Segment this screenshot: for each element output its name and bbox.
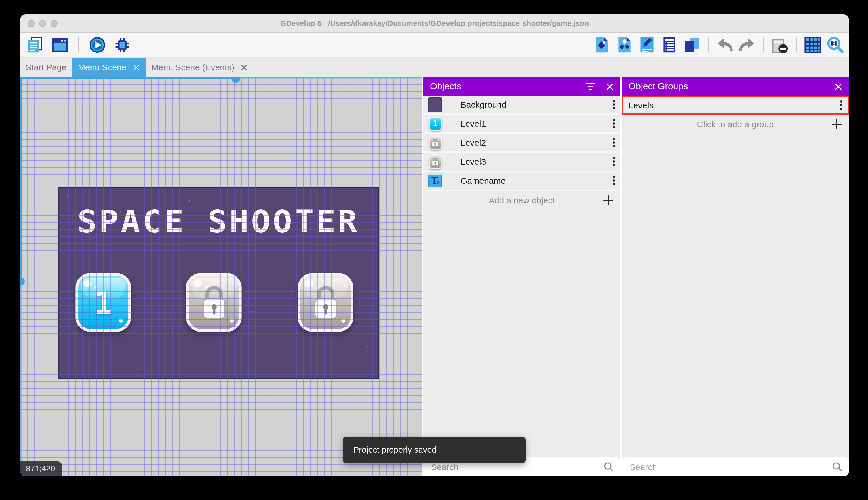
debug-icon[interactable]: [114, 36, 131, 54]
kebab-menu-icon[interactable]: [612, 137, 615, 148]
object-row-level3[interactable]: Level3: [423, 153, 621, 172]
toolbar: [20, 33, 849, 58]
tab-start-page[interactable]: Start Page: [20, 58, 72, 77]
search-icon: [832, 462, 842, 472]
panel-title: Object Groups: [629, 81, 824, 92]
close-icon[interactable]: [241, 64, 247, 70]
object-groups-panel: Object Groups Levels Click to add a grou…: [622, 77, 849, 476]
object-name: Level3: [460, 157, 612, 167]
lock-icon: [312, 286, 339, 321]
window-mask-icon[interactable]: [771, 36, 788, 54]
lock-icon: [431, 138, 439, 147]
object-groups-icon[interactable]: [616, 36, 633, 54]
titlebar: GDevelop 5 - /Users/dkarakay/Documents/G…: [20, 14, 849, 33]
scene-background-instance[interactable]: SPACE SHOOTER 1: [58, 187, 379, 379]
add-new-object-button[interactable]: Add a new object: [423, 191, 621, 210]
toolbar-divider: [796, 37, 797, 53]
object-name: Level2: [460, 138, 612, 147]
object-name: Background: [460, 100, 612, 110]
object-name: Level1: [460, 119, 612, 128]
tab-label: Start Page: [26, 62, 67, 72]
gdevelop-window: GDevelop 5 - /Users/dkarakay/Documents/G…: [20, 14, 849, 476]
toolbar-divider: [78, 37, 79, 53]
scene-editor-canvas[interactable]: SPACE SHOOTER 1: [20, 77, 422, 476]
close-icon[interactable]: [133, 64, 140, 70]
redo-icon[interactable]: [739, 36, 756, 54]
toast-message: Project properly saved: [353, 445, 437, 454]
save-toast: Project properly saved: [343, 436, 526, 463]
lock-icon: [431, 157, 439, 166]
toolbar-divider: [708, 37, 708, 53]
instances-list-icon[interactable]: [661, 36, 678, 54]
cursor-coordinates: 871;420: [20, 462, 62, 476]
screenshot-stage: GDevelop 5 - /Users/dkarakay/Documents/G…: [0, 0, 868, 500]
tabbar: Start Page Menu Scene Menu Scene (Events…: [20, 58, 849, 77]
object-row-level2[interactable]: Level2: [423, 134, 621, 153]
play-icon[interactable]: [89, 36, 106, 54]
add-group-button[interactable]: Click to add a group: [622, 115, 849, 134]
project-manager-icon[interactable]: [26, 36, 44, 54]
group-row-levels-highlighted[interactable]: Levels: [622, 95, 849, 115]
close-icon[interactable]: [606, 83, 613, 90]
grid-icon[interactable]: [804, 36, 821, 54]
game-title-text-instance[interactable]: SPACE SHOOTER: [59, 204, 378, 239]
kebab-menu-icon[interactable]: [612, 99, 615, 110]
main-content: SPACE SHOOTER 1: [20, 77, 849, 476]
tab-menu-scene-events[interactable]: Menu Scene (Events): [145, 58, 253, 77]
text-object-thumbnail-icon: [428, 173, 442, 188]
tab-label: Menu Scene (Events): [151, 62, 235, 72]
background-thumbnail-icon: [428, 97, 442, 112]
groups-search-bar: [622, 457, 849, 476]
lock-icon: [200, 286, 228, 321]
game-window-left-border: [20, 77, 22, 282]
object-name: Gamename: [460, 176, 612, 185]
filter-icon[interactable]: [585, 83, 596, 90]
objects-panel: Objects Background: [422, 77, 621, 476]
zoom-window-button[interactable]: [51, 20, 58, 27]
object-groups-panel-header: Object Groups: [622, 77, 849, 95]
level1-digit: 1: [78, 276, 128, 329]
tab-menu-scene[interactable]: Menu Scene: [72, 58, 145, 77]
level-one-button-thumbnail-icon: 1: [428, 116, 442, 131]
window-title: GDevelop 5 - /Users/dkarakay/Documents/G…: [280, 19, 589, 28]
tab-label: Menu Scene: [78, 62, 126, 72]
objects-panel-header: Objects: [423, 77, 621, 95]
scene-window-icon[interactable]: [51, 36, 69, 54]
plus-icon[interactable]: [831, 119, 842, 129]
left-resize-handle[interactable]: [20, 277, 25, 286]
lock-button-thumbnail-icon: [428, 135, 442, 150]
minimize-window-button[interactable]: [39, 20, 46, 27]
add-group-label: Click to add a group: [697, 119, 774, 129]
close-icon[interactable]: [835, 83, 842, 90]
object-row-level1[interactable]: 1 Level1: [423, 115, 621, 134]
undo-icon[interactable]: [716, 36, 733, 54]
zoom-one-to-one-icon[interactable]: [826, 36, 844, 54]
traffic-lights: [28, 20, 58, 27]
plus-icon[interactable]: [603, 195, 613, 206]
add-new-object-label: Add a new object: [489, 195, 555, 205]
object-row-gamename[interactable]: Gamename: [423, 172, 621, 191]
kebab-menu-icon[interactable]: [840, 100, 843, 111]
objects-editor-icon[interactable]: [594, 36, 611, 54]
group-name: Levels: [629, 100, 840, 110]
kebab-menu-icon[interactable]: [612, 175, 615, 186]
lock-button-thumbnail-icon: [428, 154, 442, 169]
game-window-top-border-extension: [232, 77, 422, 79]
toolbar-divider: [763, 37, 764, 53]
groups-search-input[interactable]: [622, 457, 849, 476]
search-icon: [604, 462, 613, 472]
level3-button-instance[interactable]: [297, 273, 353, 332]
level2-button-instance[interactable]: [186, 273, 242, 332]
stars-decoration: [67, 195, 68, 196]
level1-button-instance[interactable]: 1: [75, 273, 131, 332]
top-resize-handle[interactable]: [231, 77, 240, 83]
game-window-left-border-extension: [20, 282, 22, 476]
kebab-menu-icon[interactable]: [612, 118, 615, 129]
panel-title: Objects: [430, 81, 575, 92]
close-window-button[interactable]: [28, 20, 35, 27]
toolbar-left-group: [26, 36, 131, 54]
properties-icon[interactable]: [638, 36, 656, 54]
kebab-menu-icon[interactable]: [612, 156, 615, 167]
layers-icon[interactable]: [683, 36, 701, 54]
object-row-background[interactable]: Background: [423, 95, 621, 115]
